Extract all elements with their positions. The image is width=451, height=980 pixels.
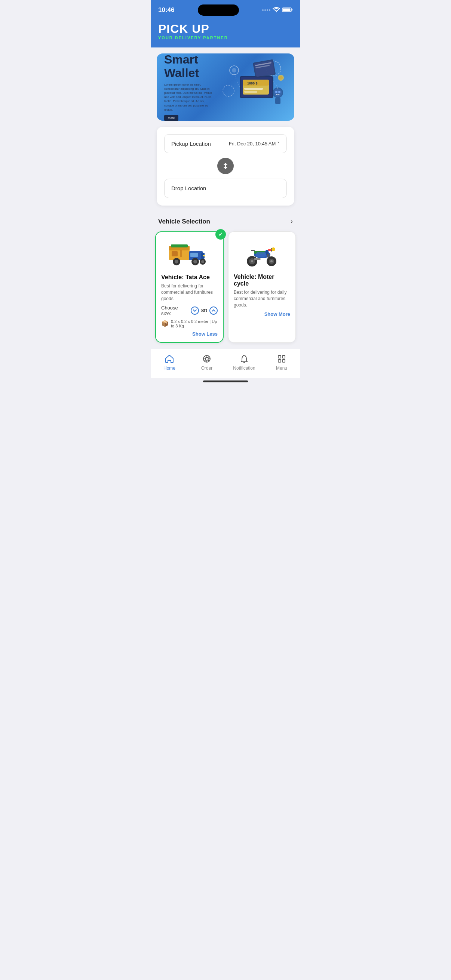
svg-rect-62 [251,250,255,251]
svg-rect-14 [244,88,263,90]
dots-icon [262,8,270,13]
vehicle-card-tata-ace[interactable]: ✓ [155,231,224,342]
vehicle-tata-ace-name: Vehicle: Tata Ace [161,274,218,281]
svg-line-73 [208,356,209,357]
vehicle-selection-title: Vehicle Selection [158,218,210,225]
banner-description: Lorem ipsum dolor sit amet, consectetur … [164,83,213,112]
drop-location-input[interactable]: Drop Location [164,179,287,198]
svg-rect-34 [172,251,178,256]
banner-illustration: 1000 $ [215,53,290,121]
bottom-nav: Home Order No [151,349,300,378]
size-control: 8ft [191,307,218,315]
home-indicator [151,378,300,383]
nav-item-home[interactable]: Home [156,353,183,371]
size-decrease-button[interactable] [191,307,199,315]
svg-point-23 [278,91,280,93]
dynamic-island [198,5,239,16]
vehicle-tata-ace-desc: Best for delivering for commercial and f… [161,283,218,302]
chevron-down-icon: ˅ [277,141,280,146]
svg-rect-78 [282,360,285,362]
svg-line-71 [204,356,205,357]
svg-point-3 [269,10,270,11]
vehicle-cards-row: ✓ [151,231,300,348]
order-icon [202,353,212,364]
svg-rect-38 [190,253,198,257]
menu-nav-label: Menu [276,366,287,371]
menu-icon [276,353,287,364]
banner: Smart Wallet Lorem ipsum dolor sit amet,… [157,53,294,121]
banner-title-line2: Wallet [164,67,213,80]
wifi-icon [273,7,280,13]
svg-point-66 [205,357,208,360]
chevron-down-size-icon [193,309,197,313]
size-increase-button[interactable] [209,307,218,315]
notification-nav-label: Notification [233,366,255,371]
chevron-up-size-icon [211,309,216,313]
selected-check-badge: ✓ [215,229,226,240]
notification-icon [239,353,249,364]
svg-point-44 [193,260,197,264]
pickup-datetime: Fri, Dec 20, 10:45 AM ˅ [229,141,280,146]
vehicle-selection-row[interactable]: Vehicle Selection › [151,212,300,231]
banner-section: Smart Wallet Lorem ipsum dolor sit amet,… [151,48,300,121]
svg-point-61 [271,247,275,251]
svg-rect-5 [283,8,290,11]
svg-point-0 [262,10,264,11]
dimension-text: 0.2 x 0.2 x 0.2 meter | Up to 3 Kg [171,319,218,328]
nav-item-notification[interactable]: Notification [231,353,257,371]
swap-icon [222,162,229,170]
pickup-location-label: Pickup Location [171,140,211,147]
svg-rect-63 [254,258,261,260]
order-nav-label: Order [201,366,213,371]
svg-text:1000 $: 1000 $ [247,81,258,85]
svg-point-29 [279,76,283,80]
vehicle-motorcycle-name: Vehicle: Moter cycle [234,274,290,287]
home-bar [203,380,248,382]
show-more-link[interactable]: Show More [234,311,290,317]
svg-point-57 [251,260,253,262]
wallet-illustration-svg: 1000 $ [217,57,288,117]
nav-item-menu[interactable]: Menu [268,353,295,371]
svg-rect-64 [256,252,266,257]
svg-rect-77 [278,360,281,362]
svg-rect-75 [278,355,281,358]
nav-item-order[interactable]: Order [194,353,220,371]
home-nav-label: Home [163,366,175,371]
svg-rect-35 [180,250,182,257]
box-icon: 📦 [161,320,169,327]
vehicle-card-motorcycle[interactable]: Vehicle: Moter cycle Best for delivering… [228,231,296,342]
brand-name: PICK UP [158,22,293,35]
status-icons [262,7,293,13]
show-less-link[interactable]: Show Less [161,331,218,337]
tata-ace-illustration [161,237,218,271]
svg-point-27 [232,68,236,73]
choose-size-label: Choose size: [161,305,188,316]
svg-point-2 [267,10,268,11]
svg-rect-76 [282,355,285,358]
truck-svg [167,239,212,269]
banner-more-button[interactable]: more [164,115,178,121]
dimension-row: 📦 0.2 x 0.2 x 0.2 meter | Up to 3 Kg [161,319,218,328]
svg-rect-40 [203,255,205,256]
svg-point-8 [223,85,234,96]
brand-subtitle: YOUR DELIVERY PARTNER [158,35,293,40]
home-icon [164,353,175,364]
svg-line-30 [234,74,240,87]
swap-locations-button[interactable] [217,158,234,174]
svg-point-46 [201,260,204,263]
vehicle-selection-chevron: › [290,218,293,225]
swap-button-container [164,158,287,174]
svg-rect-24 [275,97,280,104]
battery-icon [282,7,293,13]
pickup-location-input[interactable]: Pickup Location Fri, Dec 20, 10:45 AM ˅ [164,134,287,153]
svg-line-72 [208,360,209,361]
svg-point-21 [274,89,282,97]
svg-point-42 [175,260,178,264]
svg-point-1 [265,10,266,11]
location-card: Pickup Location Fri, Dec 20, 10:45 AM ˅ … [157,127,294,205]
svg-rect-15 [244,91,257,93]
svg-point-60 [270,260,273,262]
vehicle-motorcycle-desc: Best for delivering for daily commercial… [234,289,290,308]
svg-rect-6 [291,9,292,11]
svg-point-22 [275,91,277,93]
